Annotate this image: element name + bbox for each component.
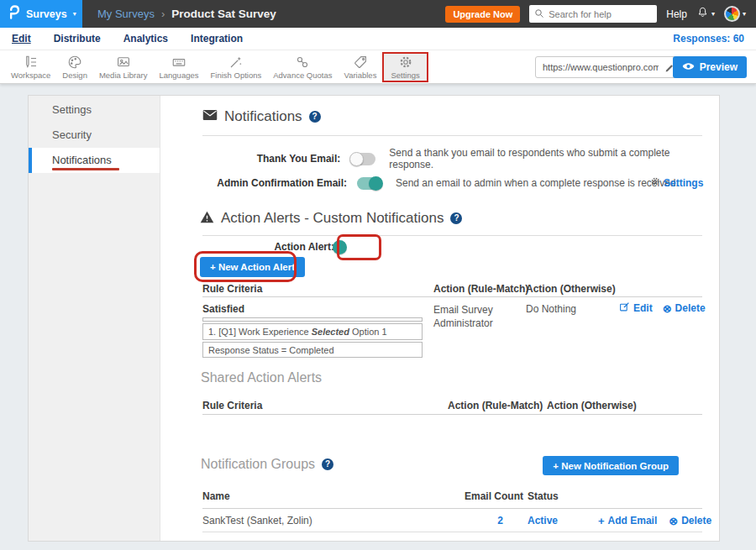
tab-analytics[interactable]: Analytics [123,33,168,45]
delete-link[interactable]: ⊗ Delete [663,301,706,315]
media-icon [116,55,131,70]
caret-down-icon: ▾ [73,11,76,18]
thank-you-email-toggle[interactable] [350,153,375,165]
help-badge-icon[interactable]: ? [322,458,333,470]
toolbar-item-advance-quotas[interactable]: Advance Quotas [267,53,338,81]
admin-confirmation-label: Admin Confirmation Email: [202,177,347,189]
product-label: Surveys [26,8,67,20]
admin-confirmation-row: Admin Confirmation Email: Send an email … [202,174,702,192]
breadcrumb: My Surveys › Product Sat Survey [97,8,276,20]
divider [202,532,702,532]
row-actions: Edit ⊗ Delete [619,301,706,315]
surveys-menu[interactable]: Surveys ▾ [0,0,82,28]
warning-icon [200,211,214,227]
toolbar-item-finish-options[interactable]: Finish Options [205,53,268,81]
sidebar-item-label: Notifications [52,154,112,166]
admin-settings-link[interactable]: Settings [650,176,703,189]
help-badge-icon[interactable]: ? [450,212,462,224]
notification-groups-header: Notification Groups ? [201,457,333,472]
criteria-text: 1. [Q1] Work Experience [208,327,312,337]
criteria-item: Response Status = Completed [202,342,423,358]
toolbar-label: Media Library [99,71,148,80]
envelope-icon [202,109,218,124]
breadcrumb-separator-icon: › [161,8,165,20]
questionpro-logo-icon [8,5,20,23]
admin-confirmation-description: Send an email to admin when a complete r… [396,177,679,189]
divider [202,508,702,509]
toolbar-item-variables[interactable]: Variables [339,53,383,81]
toggle-knob [333,240,347,254]
toolbar-item-design[interactable]: Design [56,53,93,81]
add-email-link[interactable]: + Add Email [598,515,657,526]
email-count-link[interactable]: 2 [465,515,503,526]
toolbar-label: Languages [159,71,198,80]
notifications-header: Notifications ? [202,108,321,125]
toolbar-item-workspace[interactable]: Workspace [5,53,56,81]
new-action-alert-button[interactable]: + New Action Alert [200,257,305,277]
delete-link-label: Delete [681,515,711,526]
help-badge-icon[interactable]: ? [309,111,321,123]
toolbar-label: Variables [344,71,377,80]
toggle-knob [369,176,383,191]
responses-count[interactable]: Responses: 60 [673,33,744,45]
eye-icon [682,61,695,74]
divider [202,296,702,297]
action-alert-label: Action Alert: [202,241,334,253]
action-otherwise-value: Do Nothing [526,303,576,315]
survey-url-field[interactable]: https://www.questionpro.com/t/. [535,56,681,78]
admin-confirmation-toggle[interactable] [357,177,382,190]
tab-edit[interactable]: Edit [12,33,31,45]
toolbar-item-settings[interactable]: Settings [382,52,428,82]
survey-url-value: https://www.questionpro.com/t/. [536,62,659,72]
workspace-icon [24,55,39,70]
thank-you-email-label: Thank You Email: [202,153,340,165]
plus-icon: + [598,516,605,526]
criteria-emphasis: Selected [312,327,349,337]
divider [202,414,702,415]
breadcrumb-current: Product Sat Survey [171,8,276,20]
breadcrumb-parent[interactable]: My Surveys [97,8,155,20]
toolbar-label: Settings [391,71,419,80]
toolbar-item-media-library[interactable]: Media Library [93,53,154,81]
bell-icon [696,6,709,23]
status-link[interactable]: Active [528,515,558,526]
topbar: Surveys ▾ My Surveys › Product Sat Surve… [0,0,756,28]
column-header-status: Status [528,490,559,502]
chain-icon [295,55,310,70]
help-search-input[interactable] [549,9,652,19]
sidebar-item-notifications[interactable]: Notifications [29,148,160,173]
shared-alerts-title: Shared Action Alerts [201,370,322,385]
column-header-action-otherwise: Action (Otherwise) [547,400,637,411]
palette-icon [67,55,82,70]
account-menu[interactable]: ▾ [724,6,746,22]
preview-button[interactable]: Preview [673,56,747,78]
upgrade-now-button[interactable]: Upgrade Now [445,6,520,23]
circle-x-icon: ⊗ [663,303,672,314]
section-title: Notification Groups [201,457,315,472]
keyboard-icon [171,55,186,70]
criteria-text: Option 1 [349,327,387,337]
edit-link[interactable]: Edit [619,301,653,315]
tab-integration[interactable]: Integration [191,33,243,45]
delete-link[interactable]: ⊗ Delete [669,515,711,526]
thank-you-email-description: Send a thank you email to respondents wh… [389,147,702,170]
toolbar-item-languages[interactable]: Languages [153,53,204,81]
delete-link-label: Delete [675,302,706,314]
criteria-strip [202,317,423,322]
help-search[interactable] [529,5,657,23]
notifications-bell-menu[interactable]: ▾ [696,6,715,23]
toolbar-label: Design [62,71,87,80]
gear-icon [398,55,413,70]
new-notification-group-button[interactable]: + New Notification Group [543,456,679,475]
sidebar-item-settings[interactable]: Settings [29,97,160,123]
help-link[interactable]: Help [666,8,687,20]
annotation-underline [52,168,119,170]
sidebar-item-security[interactable]: Security [29,123,160,148]
tag-icon [353,55,368,70]
caret-down-icon: ▾ [711,11,715,18]
section-nav: Edit Distribute Analytics Integration Re… [0,28,756,50]
edit-toolbar: Workspace Design Media Library Languages… [0,50,756,84]
section-title: Notifications [224,108,302,125]
tab-distribute[interactable]: Distribute [54,33,101,45]
criteria-item: 1. [Q1] Work Experience Selected Option … [202,323,423,340]
